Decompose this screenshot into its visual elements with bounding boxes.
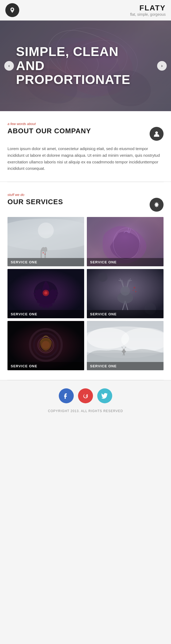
service-card-5[interactable]: SERVICE ONE: [7, 321, 84, 370]
svg-point-23: [133, 290, 134, 291]
svg-point-11: [43, 252, 44, 253]
svg-point-0: [11, 9, 13, 10]
hero-prev-button[interactable]: ‹: [4, 61, 14, 71]
svg-point-5: [155, 131, 158, 134]
header: FLATY flat, simple, gorgeous: [0, 0, 171, 21]
twitter-icon: [101, 392, 108, 399]
google-plus-icon: [82, 392, 89, 399]
hero-title: SIMPLE, CLEAN AND PROPORTIONATE: [16, 45, 155, 87]
about-text: Lorem ipsum dolor sit amet, consectetur …: [7, 146, 164, 172]
services-icon: [150, 198, 164, 212]
service-card-4[interactable]: SERVICE ONE: [87, 269, 164, 318]
service-card-1[interactable]: SERVICE ONE: [7, 217, 84, 266]
footer: COPYRIGHT 2013. ALL RIGHTS RESERVED: [0, 380, 171, 418]
service-card-1-label: SERVICE ONE: [7, 258, 84, 266]
facebook-button[interactable]: [59, 388, 74, 403]
service-card-2-label: SERVICE ONE: [87, 258, 164, 266]
about-icon: [150, 127, 164, 141]
about-section: a few words about ABOUT OUR COMPANY Lore…: [0, 111, 171, 182]
services-header: OUR SERVICES: [7, 198, 164, 212]
brand-title: FLATY flat, simple, gorgeous: [130, 4, 166, 17]
hero-next-button[interactable]: ›: [157, 61, 167, 71]
copyright-text: COPYRIGHT 2013. ALL RIGHTS RESERVED: [5, 409, 166, 413]
logo-icon: [9, 6, 16, 14]
social-links: [5, 388, 166, 403]
svg-point-10: [38, 223, 54, 238]
svg-point-21: [121, 286, 130, 296]
svg-point-39: [123, 349, 125, 351]
svg-point-22: [134, 287, 135, 288]
service-card-6-label: SERVICE ONE: [87, 362, 164, 370]
svg-point-12: [45, 254, 45, 255]
svg-point-24: [135, 291, 137, 292]
logo[interactable]: [5, 3, 19, 17]
facebook-icon: [63, 392, 70, 399]
services-title: OUR SERVICES: [7, 198, 63, 206]
about-body: Lorem ipsum dolor sit amet, consectetur …: [7, 146, 164, 172]
services-label: stuff we do: [7, 193, 164, 197]
brand-tagline: flat, simple, gorgeous: [130, 12, 166, 17]
service-card-2[interactable]: SERVICE ONE: [87, 217, 164, 266]
svg-point-18: [44, 291, 48, 295]
service-card-4-label: SERVICE ONE: [87, 310, 164, 318]
service-card-6[interactable]: SERVICE ONE: [87, 321, 164, 370]
twitter-button[interactable]: [97, 388, 112, 403]
services-section: stuff we do OUR SERVICES: [0, 182, 171, 380]
gear-icon: [153, 201, 160, 208]
person-icon: [153, 130, 160, 137]
about-title: ABOUT OUR COMPANY: [7, 127, 91, 135]
google-plus-button[interactable]: [78, 388, 93, 403]
svg-point-25: [98, 272, 108, 282]
service-card-5-label: SERVICE ONE: [7, 362, 84, 370]
about-header: ABOUT OUR COMPANY: [7, 127, 164, 141]
about-label: a few words about: [7, 122, 164, 126]
services-grid: SERVICE ONE: [7, 217, 164, 370]
service-card-3[interactable]: SERVICE ONE: [7, 269, 84, 318]
service-card-3-label: SERVICE ONE: [7, 310, 84, 318]
brand-name: FLATY: [130, 4, 166, 12]
hero-section: ‹ SIMPLE, CLEAN AND PROPORTIONATE ›: [0, 21, 171, 111]
hero-text: SIMPLE, CLEAN AND PROPORTIONATE: [0, 45, 171, 87]
